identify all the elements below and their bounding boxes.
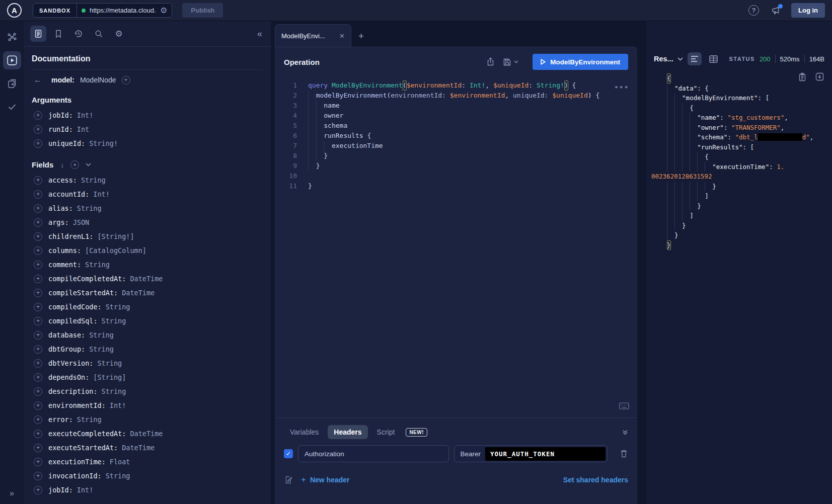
connection-settings-icon[interactable]: ⚙ (160, 7, 167, 15)
add-field-icon[interactable]: + (34, 331, 42, 340)
add-to-query-icon[interactable]: + (122, 76, 130, 85)
add-field-icon[interactable]: + (34, 246, 42, 255)
tab-variables[interactable]: Variables (284, 425, 325, 439)
field-row[interactable]: + compileCompletedAt: DateTime (32, 272, 263, 286)
add-field-icon[interactable]: + (34, 275, 42, 283)
field-row[interactable]: + access: String (32, 173, 263, 187)
field-row[interactable]: + environmentId: Int! (32, 398, 263, 412)
field-row[interactable]: + executeStartedAt: DateTime (32, 441, 263, 455)
field-type[interactable]: String (77, 415, 102, 424)
field-row[interactable]: + dbtVersion: String (32, 356, 263, 370)
field-row[interactable]: + compileStartedAt: DateTime (32, 286, 263, 300)
nav-schema-graph[interactable] (3, 28, 21, 46)
field-row[interactable]: + columns: [CatalogColumn] (32, 243, 263, 258)
collapse-panel-button[interactable] (622, 429, 628, 435)
field-type[interactable]: JSON (73, 218, 90, 226)
argument-type[interactable]: Int! (77, 111, 94, 119)
field-type[interactable]: Int! (110, 401, 126, 409)
add-field-icon[interactable]: + (34, 204, 42, 213)
run-operation-button[interactable]: ModelByEnvironment (533, 54, 628, 70)
editor-overflow-menu[interactable]: ••• (615, 82, 629, 93)
add-field-icon[interactable]: + (34, 359, 42, 368)
field-type[interactable]: DateTime (122, 289, 155, 297)
field-type[interactable]: [String] (93, 373, 126, 381)
add-field-icon[interactable]: + (34, 458, 42, 466)
share-icon[interactable] (486, 57, 495, 66)
operation-tab[interactable]: ModelByEnvi... ✕ (275, 24, 351, 47)
collapse-docs-panel-button[interactable]: « (255, 29, 264, 39)
close-tab-icon[interactable]: ✕ (339, 32, 345, 40)
tab-settings[interactable]: ⚙ (111, 26, 127, 42)
copy-response-icon[interactable] (798, 72, 806, 81)
field-type[interactable]: [CatalogColumn] (85, 246, 146, 255)
preflight-script-button[interactable] (284, 475, 293, 484)
response-title-dropdown[interactable]: Res... (654, 55, 683, 63)
field-type[interactable]: String (77, 204, 102, 212)
add-field-icon[interactable]: + (34, 401, 42, 410)
add-field-icon[interactable]: + (34, 317, 42, 325)
field-type[interactable]: String (85, 261, 110, 269)
keyboard-shortcuts-button[interactable] (619, 402, 629, 409)
save-group[interactable] (503, 58, 518, 66)
add-field-icon[interactable]: + (34, 415, 42, 424)
argument-type[interactable]: String! (89, 139, 118, 147)
auth-token-value[interactable]: YOUR_AUTH_TOKEN (485, 447, 606, 461)
field-type[interactable]: String (89, 345, 114, 353)
table-view-toggle[interactable] (706, 52, 721, 66)
help-icon[interactable]: ? (748, 5, 759, 16)
tab-history[interactable] (70, 26, 87, 42)
field-type[interactable]: [String!] (97, 232, 134, 240)
download-response-icon[interactable] (815, 72, 824, 81)
field-type[interactable]: String (106, 303, 130, 311)
add-all-fields-icon[interactable]: + (70, 160, 79, 169)
add-field-icon[interactable]: + (34, 232, 42, 241)
add-argument-icon[interactable]: + (34, 111, 42, 120)
endpoint-url[interactable]: https://metadata.cloud.get (90, 7, 156, 14)
expand-rail-button[interactable]: » (0, 489, 24, 498)
pretty-view-toggle[interactable] (688, 52, 702, 65)
add-field-icon[interactable]: + (34, 387, 42, 396)
field-row[interactable]: + invocationId: String (32, 469, 263, 483)
field-type[interactable]: DateTime (122, 444, 155, 452)
tab-documentation[interactable] (30, 26, 46, 42)
add-field-icon[interactable]: + (34, 261, 42, 269)
add-field-icon[interactable]: + (34, 486, 42, 494)
field-type[interactable]: DateTime (130, 275, 163, 283)
header-key-input[interactable]: Authorization (298, 445, 449, 462)
field-type[interactable]: String (89, 331, 114, 339)
add-argument-icon[interactable]: + (34, 139, 42, 148)
add-field-icon[interactable]: + (34, 303, 42, 311)
field-row[interactable]: + executionTime: Float (32, 455, 263, 469)
field-type[interactable]: Float (110, 458, 130, 466)
new-tab-button[interactable]: + (358, 31, 364, 42)
add-field-icon[interactable]: + (34, 289, 42, 297)
field-row[interactable]: + dbtGroup: String (32, 342, 263, 356)
field-type[interactable]: DateTime (130, 430, 163, 438)
field-row[interactable]: + description: String (32, 384, 263, 398)
field-row[interactable]: + compiledSql: String (32, 314, 263, 328)
nav-collections[interactable] (3, 74, 21, 93)
argument-row[interactable]: + runId: Int (32, 122, 263, 136)
set-shared-headers-link[interactable]: Set shared headers (563, 476, 628, 484)
delete-header-button[interactable] (620, 449, 628, 458)
tab-search[interactable] (91, 26, 107, 42)
field-type[interactable]: String (81, 176, 106, 184)
argument-row[interactable]: + uniqueId: String! (32, 136, 263, 150)
header-enabled-checkbox[interactable]: ✓ (284, 449, 293, 458)
field-row[interactable]: + executeCompletedAt: DateTime (32, 427, 263, 441)
sort-fields-icon[interactable]: ↓ (60, 161, 64, 169)
field-row[interactable]: + args: JSON (32, 215, 263, 229)
code-editor[interactable]: ••• 1 query ModelByEnvironment($environm… (275, 76, 637, 417)
add-field-icon[interactable]: + (34, 345, 42, 354)
nav-checks[interactable] (3, 98, 21, 116)
add-field-icon[interactable]: + (34, 472, 42, 480)
add-field-icon[interactable]: + (34, 373, 42, 382)
field-row[interactable]: + childrenL1: [String!] (32, 229, 263, 243)
argument-row[interactable]: + jobId: Int! (32, 108, 263, 122)
announcements-button[interactable] (771, 6, 781, 16)
tab-saved-operations[interactable] (50, 26, 66, 42)
field-row[interactable]: + accountId: Int! (32, 187, 263, 201)
field-row[interactable]: + alias: String (32, 201, 263, 215)
field-type[interactable]: String (102, 317, 126, 325)
argument-type[interactable]: Int (77, 125, 89, 133)
